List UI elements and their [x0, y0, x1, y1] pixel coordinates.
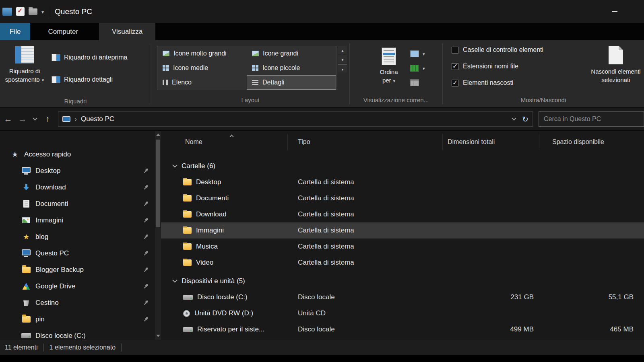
sidebar-item-download[interactable]: Download: [0, 179, 155, 195]
folder-icon: [183, 179, 192, 185]
group-label-visualizzazione: Visualizzazione corren...: [350, 96, 442, 107]
column-header-dimensioni-totali[interactable]: Dimensioni totali: [443, 134, 539, 150]
group-by-button[interactable]: [410, 77, 425, 88]
medium-icons-icon: [163, 65, 169, 71]
recent-locations-button[interactable]: [30, 111, 40, 127]
collapse-chevron-icon: [172, 278, 178, 283]
tab-computer[interactable]: Computer: [37, 23, 89, 40]
file-row-download[interactable]: Download Cartella di sistema: [161, 206, 644, 222]
layout-option-dettagli[interactable]: Dettagli: [247, 75, 336, 90]
sidebar-item-blogger-backup[interactable]: Blogger Backup: [0, 261, 155, 278]
tab-file[interactable]: File: [0, 23, 30, 40]
checkbox-checked-icon: [452, 63, 458, 70]
folder-icon: [183, 195, 192, 202]
file-row-documenti[interactable]: Documenti Cartella di sistema: [161, 190, 644, 206]
layout-option-elenco[interactable]: Elenco: [157, 75, 247, 90]
picture-icon: [21, 217, 31, 223]
address-dropdown-icon[interactable]: [512, 116, 516, 120]
column-header-nome[interactable]: Nome: [161, 134, 288, 150]
scroll-up-icon: [341, 46, 343, 53]
pin-icon: [142, 200, 149, 207]
file-row-disco-locale-c[interactable]: Disco locale (C:) Disco locale 231 GB 55…: [161, 289, 644, 305]
layout-option-icone-medie[interactable]: Icone medie: [157, 61, 247, 75]
sidebar-item-google-drive[interactable]: Google Drive: [0, 278, 155, 294]
add-columns-button[interactable]: [410, 48, 425, 59]
sidebar-item-accesso-rapido[interactable]: Accesso rapido: [0, 146, 155, 162]
column-label: Tipo: [298, 138, 310, 146]
search-input[interactable]: [541, 115, 642, 123]
preview-pane-label: Riquadro di anteprima: [64, 54, 127, 61]
folder-icon: [183, 211, 192, 218]
minimize-button[interactable]: [605, 0, 624, 23]
scroll-up-icon[interactable]: [156, 134, 160, 136]
sidebar-item-documenti[interactable]: Documenti: [0, 195, 155, 212]
file-row-video[interactable]: Video Cartella di sistema: [161, 255, 644, 271]
file-list-area: Nome Tipo Dimensioni totali Spazio dispo…: [161, 131, 644, 340]
column-header-tipo[interactable]: Tipo: [288, 134, 443, 150]
breadcrumb-chevron-icon: [70, 115, 81, 123]
details-view-icon: [252, 80, 258, 85]
sidebar-item-blog[interactable]: blog: [0, 228, 155, 245]
checkbox-item-check-boxes[interactable]: Caselle di controllo elementi: [452, 45, 580, 55]
pin-icon: [142, 249, 149, 257]
navigation-pane-button[interactable]: Riquadro dispostamento: [0, 40, 49, 97]
file-name: Documenti: [196, 194, 229, 202]
breadcrumb-this-pc[interactable]: Questo PC: [81, 115, 114, 123]
layout-more-button[interactable]: [338, 64, 347, 72]
navigation-bar: Questo PC: [0, 108, 644, 131]
scrollbar-thumb[interactable]: [156, 140, 160, 227]
properties-icon[interactable]: [16, 7, 25, 16]
scroll-down-icon[interactable]: [156, 335, 160, 337]
sidebar-scrollbar[interactable]: [155, 131, 161, 340]
file-row-riservato-sistema[interactable]: Riservato per il siste... Disco locale 4…: [161, 321, 644, 337]
file-type: Cartella di sistema: [288, 210, 443, 218]
column-header-spazio-disponibile[interactable]: Spazio disponibile: [539, 134, 644, 150]
size-columns-button[interactable]: [410, 63, 425, 73]
tab-visualizza[interactable]: Visualizza: [99, 23, 155, 40]
file-row-immagini-selected[interactable]: Immagini Cartella di sistema: [161, 222, 644, 239]
app-icon[interactable]: [2, 8, 12, 16]
sidebar-item-label: Google Drive: [35, 282, 75, 290]
checkbox-hidden-items[interactable]: Elementi nascosti: [452, 78, 580, 88]
file-row-dvd[interactable]: Unità DVD RW (D:) Unità CD: [161, 305, 644, 321]
address-bar[interactable]: Questo PC: [58, 111, 533, 127]
layout-scroll-up-button[interactable]: [338, 46, 347, 54]
details-pane-button[interactable]: Riquadro dettagli: [52, 75, 127, 84]
refresh-icon[interactable]: [522, 115, 528, 124]
layout-option-label: Icone piccole: [262, 64, 300, 72]
sort-by-button[interactable]: Ordinaper: [374, 47, 404, 96]
sidebar-item-pin[interactable]: pin: [0, 311, 155, 327]
layout-option-icone-piccole[interactable]: Icone piccole: [247, 61, 336, 75]
search-box[interactable]: [539, 111, 644, 127]
sidebar-item-cestino[interactable]: Cestino: [0, 294, 155, 311]
back-button[interactable]: [1, 111, 15, 127]
file-type: Cartella di sistema: [288, 194, 443, 202]
forward-button[interactable]: [15, 111, 30, 127]
hide-selected-items-button[interactable]: Nascondi elementiselezionati: [588, 40, 644, 96]
new-folder-icon[interactable]: [29, 8, 37, 15]
column-label: Dimensioni totali: [448, 138, 495, 146]
sidebar-item-questo-pc[interactable]: Questo PC: [0, 245, 155, 261]
up-button[interactable]: [40, 111, 55, 127]
sidebar-item-desktop[interactable]: Desktop: [0, 162, 155, 179]
checkbox-file-extensions[interactable]: Estensioni nomi file: [452, 62, 580, 71]
group-by-icon: [410, 79, 419, 86]
qat-customize-chevron-icon[interactable]: [41, 8, 44, 15]
layout-option-icone-grandi[interactable]: Icone grandi: [247, 46, 336, 61]
group-header-dispositivi[interactable]: Dispositivi e unità (5): [161, 273, 644, 289]
file-row-musica[interactable]: Musica Cartella di sistema: [161, 239, 644, 255]
group-header-cartelle[interactable]: Cartelle (6): [161, 158, 644, 174]
file-rows: Cartelle (6) Desktop Cartella di sistema…: [161, 150, 644, 340]
pin-icon: [142, 282, 149, 290]
sidebar-item-immagini[interactable]: Immagini: [0, 212, 155, 228]
sidebar-item-disco-locale-c[interactable]: Disco locale (C:): [0, 327, 155, 340]
hard-drive-icon: [183, 295, 193, 300]
desktop-background-strip: [0, 355, 644, 362]
layout-scroll-down-button[interactable]: [338, 55, 347, 63]
sidebar-item-label: pin: [35, 315, 45, 323]
preview-pane-button[interactable]: Riquadro di anteprima: [52, 53, 127, 62]
file-total-size: 231 GB: [443, 293, 539, 301]
file-row-desktop[interactable]: Desktop Cartella di sistema: [161, 174, 644, 190]
layout-option-icone-molto-grandi[interactable]: Icone molto grandi: [157, 46, 247, 61]
group-label: Dispositivi e unità (5): [182, 277, 245, 285]
